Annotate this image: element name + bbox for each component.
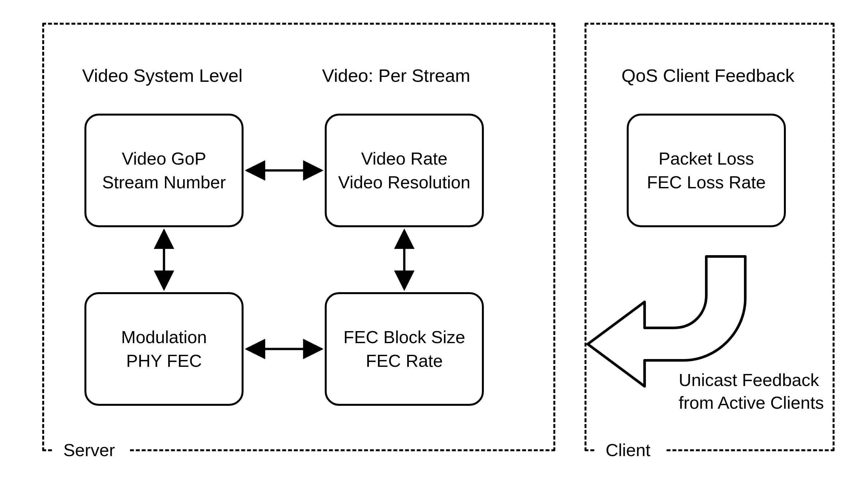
node-video-rate: Video Rate Video Resolution (325, 114, 484, 227)
node-modulation-line2: PHY FEC (126, 349, 202, 373)
node-video-rate-line1: Video Rate (361, 147, 447, 170)
client-arrow-caption-line1: Unicast Feedback (679, 368, 835, 391)
server-left-title: Video System Level (78, 65, 247, 86)
node-packet-loss: Packet Loss FEC Loss Rate (627, 114, 786, 227)
client-panel-label: Client (599, 440, 657, 460)
node-fec-block-line1: FEC Block Size (343, 325, 465, 349)
node-packet-loss-line2: FEC Loss Rate (647, 170, 766, 194)
server-right-title: Video: Per Stream (312, 65, 480, 86)
diagram-canvas: Server Client Video System Level Video: … (0, 0, 868, 485)
server-panel-label: Server (57, 440, 121, 460)
node-video-gop: Video GoP Stream Number (85, 114, 244, 227)
node-video-gop-line1: Video GoP (122, 147, 206, 170)
client-arrow-caption-line2: from Active Clients (679, 391, 835, 414)
node-video-gop-line2: Stream Number (102, 170, 226, 194)
node-fec-block: FEC Block Size FEC Rate (325, 292, 484, 406)
node-fec-block-line2: FEC Rate (366, 349, 443, 373)
node-video-rate-line2: Video Resolution (338, 170, 470, 194)
client-title: QoS Client Feedback (611, 65, 805, 86)
node-modulation-line1: Modulation (121, 325, 207, 349)
client-arrow-caption: Unicast Feedback from Active Clients (679, 368, 835, 414)
node-packet-loss-line1: Packet Loss (658, 147, 754, 170)
node-modulation: Modulation PHY FEC (85, 292, 244, 406)
